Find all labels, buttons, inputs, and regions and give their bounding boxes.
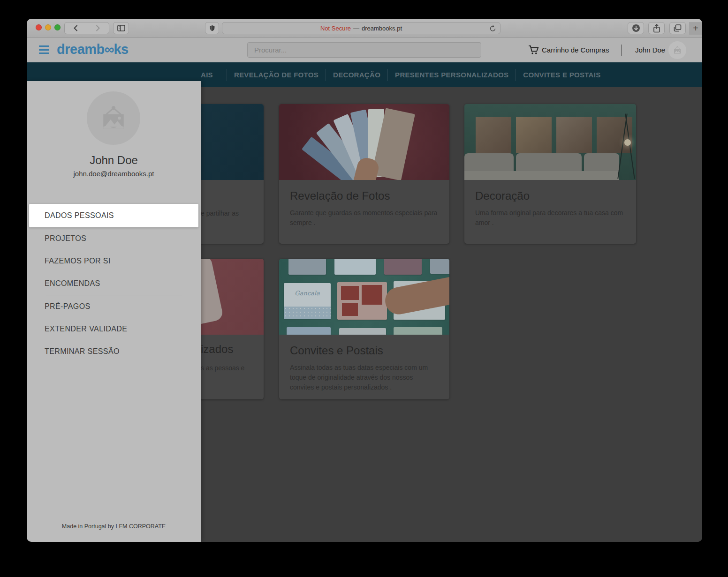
drawer-user-name: John Doe	[27, 154, 201, 167]
history-nav-group	[64, 22, 109, 34]
back-icon	[74, 25, 78, 31]
user-name-label[interactable]: John Doe	[635, 37, 665, 62]
card-revelacao-de-fotos[interactable]: Revelação de Fotos Garante que guardas o…	[279, 104, 449, 244]
card-text: Uma forma original para decorares a tua …	[475, 208, 625, 228]
new-tab-icon: +	[693, 23, 698, 34]
card-body-fragment: e partilhar as	[201, 209, 239, 218]
shield-icon	[209, 24, 215, 32]
user-avatar[interactable]	[668, 41, 686, 59]
share-icon	[653, 24, 660, 33]
menu-hamburger-button[interactable]	[39, 45, 49, 54]
drawer-footer: Made in Portugal by LFM CORPORATE	[27, 523, 201, 530]
cart-icon	[528, 45, 539, 55]
hamburger-icon	[39, 45, 49, 47]
reload-icon	[489, 25, 496, 32]
minimize-window-button[interactable]	[45, 24, 51, 30]
card-convites-e-postais[interactable]: Gancala Convites e Postais Assinala	[279, 259, 449, 399]
nav-item-convites-e-postais[interactable]: CONVITES E POSTAIS	[523, 71, 600, 79]
account-drawer: John Doe john.doe@dreambooks.pt DADOS PE…	[27, 81, 201, 542]
new-tab-button[interactable]: +	[689, 22, 702, 35]
search-box	[247, 42, 481, 58]
share-button[interactable]	[648, 22, 665, 34]
card-title-fragment: izados	[201, 343, 233, 356]
logo-infinity-glyph: ∞	[105, 42, 114, 57]
nav-divider	[387, 69, 388, 81]
downloads-button[interactable]	[628, 22, 644, 34]
card-body-fragment: s as pessoas e	[201, 363, 244, 373]
card-text: Assinala todas as tuas datas especiais c…	[290, 363, 439, 392]
card-decoracao[interactable]: Decoração Uma forma original para decora…	[464, 104, 636, 244]
cart-button[interactable]	[528, 37, 539, 62]
web-page: dreamb∞ks Carrinho de Compras John Doe	[27, 37, 702, 542]
forward-icon	[96, 25, 100, 31]
browser-window: Not Secure — dreambooks.pt	[27, 19, 702, 542]
drawer-item-fazemos-por-si[interactable]: FAZEMOS POR SI	[27, 250, 201, 272]
nav-divider	[227, 69, 227, 81]
back-button[interactable]	[65, 22, 87, 34]
drawer-item-pr-pagos[interactable]: PRÉ-PAGOS	[27, 295, 201, 318]
drawer-user-email: john.doe@dreambooks.pt	[27, 170, 201, 178]
download-icon	[632, 24, 640, 32]
card-image-decoracao	[464, 104, 636, 180]
url-text: dreambooks.pt	[362, 25, 402, 32]
browser-toolbar: Not Secure — dreambooks.pt	[27, 19, 702, 37]
header-divider	[621, 45, 622, 56]
drawer-avatar	[87, 91, 140, 145]
drawer-menu: DADOS PESSOAISPROJETOSFAZEMOS POR SIENCO…	[27, 204, 201, 363]
sidebar-toggle-button[interactable]	[113, 22, 129, 34]
privacy-shield-button[interactable]	[205, 22, 219, 34]
card-title: Convites e Postais	[290, 344, 439, 357]
site-logo[interactable]: dreamb∞ks	[57, 42, 129, 57]
photo-frame-icon	[673, 45, 682, 55]
card-image-convites: Gancala	[279, 259, 449, 335]
nav-divider	[516, 69, 516, 81]
card-title: Revelação de Fotos	[290, 189, 439, 202]
drawer-item-terminar-sess-o[interactable]: TERMINAR SESSÃO	[27, 340, 201, 363]
drawer-item-projetos[interactable]: PROJETOS	[27, 227, 201, 250]
cart-label[interactable]: Carrinho de Compras	[542, 37, 609, 62]
close-window-button[interactable]	[36, 24, 42, 30]
nav-divider	[326, 69, 326, 81]
tabs-icon	[674, 24, 682, 32]
drawer-item-extender-validade[interactable]: EXTENDER VALIDADE	[27, 318, 201, 340]
forward-button[interactable]	[87, 22, 109, 34]
nav-item-decora-o[interactable]: DECORAÇÃO	[333, 71, 380, 79]
show-tabs-button[interactable]	[669, 22, 686, 34]
nav-item-presentes-personalizados[interactable]: PRESENTES PERSONALIZADOS	[395, 71, 508, 79]
url-separator: —	[353, 25, 359, 32]
nav-items: REVELAÇÃO DE FOTOSDECORAÇÃOPRESENTES PER…	[220, 69, 601, 81]
drawer-item-dados-pessoais[interactable]: DADOS PESSOAIS	[29, 204, 198, 227]
search-input[interactable]	[248, 43, 481, 57]
card-text: Garante que guardas os momentos especiai…	[290, 208, 439, 228]
drawer-item-encomendas[interactable]: ENCOMENDAS	[27, 272, 201, 295]
reload-button[interactable]	[489, 25, 496, 32]
card-title: Decoração	[475, 189, 625, 202]
zoom-window-button[interactable]	[54, 24, 61, 30]
photo-frame-icon	[99, 105, 128, 131]
security-label: Not Secure	[320, 25, 351, 32]
card-image-revelacao	[279, 104, 449, 180]
nav-item-partial[interactable]: AIS	[201, 71, 213, 79]
site-header: dreamb∞ks Carrinho de Compras John Doe	[27, 37, 702, 62]
address-bar[interactable]: Not Secure — dreambooks.pt	[222, 22, 500, 34]
nav-item-revela-o-de-fotos[interactable]: REVELAÇÃO DE FOTOS	[234, 71, 318, 79]
sidebar-toggle-icon	[117, 25, 125, 31]
